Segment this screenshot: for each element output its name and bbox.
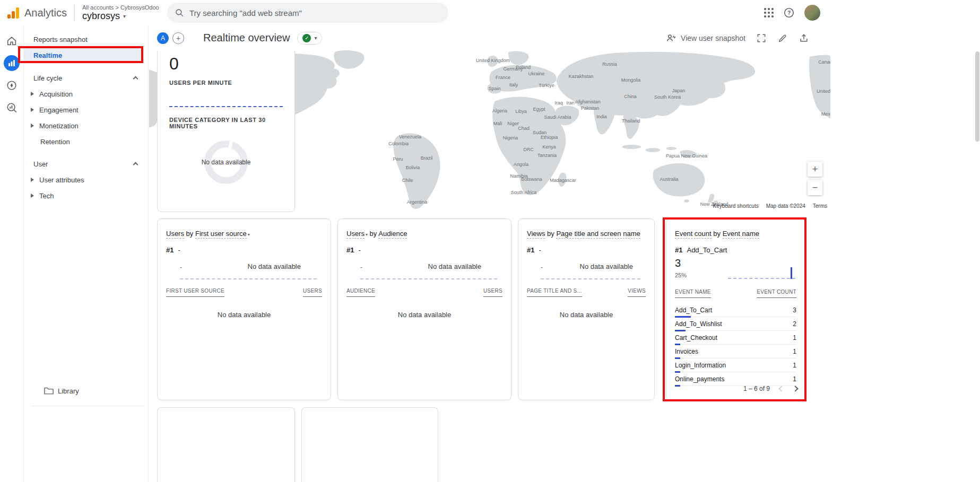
metric-link[interactable]: Views: [527, 230, 545, 239]
nav-item-retention[interactable]: Retention: [24, 134, 148, 150]
data-quality-badge[interactable]: ✓ ▾: [297, 32, 322, 45]
help-icon[interactable]: ?: [783, 7, 795, 19]
map-country-label: Argentina: [407, 199, 428, 205]
no-data-label: No data available: [580, 262, 633, 270]
map-country-label: Ukraine: [528, 71, 544, 76]
nav-item-realtime[interactable]: Realtime: [24, 48, 143, 64]
fullscreen-icon[interactable]: [756, 33, 767, 43]
reports-icon[interactable]: [4, 55, 20, 71]
nav-section-life-cycle[interactable]: Life cycle: [24, 70, 148, 86]
table-row: Invoices1: [675, 345, 796, 358]
table-row: Add_To_Cart3: [675, 303, 796, 317]
expand-triangle-icon: [31, 194, 34, 198]
card-title: Event count by Event name: [675, 230, 796, 238]
search-bar[interactable]: [167, 3, 448, 23]
map-country-label: Ethiopia: [541, 135, 558, 140]
sparkline-spike: [791, 267, 792, 279]
map-country-label: United Kingdom: [476, 58, 510, 63]
metric-link[interactable]: Users: [346, 230, 365, 239]
world-map[interactable]: CanadaUnited StatesMexicoVenezuelaColomb…: [149, 50, 830, 212]
nav-item-label: Retention: [40, 138, 70, 146]
map-country-label: Pakistan: [581, 106, 600, 111]
chevron-up-icon: [133, 162, 138, 168]
view-user-snapshot-label: View user snapshot: [681, 34, 745, 42]
table-row: Cart_Checkout1: [675, 331, 796, 345]
dimension-link[interactable]: Page title and screen name: [556, 230, 640, 239]
map-zoom-controls: + −: [808, 162, 822, 195]
nav-item-tech[interactable]: Tech: [24, 188, 148, 204]
nav-section-user[interactable]: User: [24, 156, 148, 172]
nav-item-engagement[interactable]: Engagement: [24, 102, 148, 118]
zoom-in-button[interactable]: +: [808, 162, 822, 177]
account-switcher[interactable]: All accounts > CybrosysOdoo cybrosys ▾: [82, 4, 159, 22]
home-icon[interactable]: [4, 33, 20, 49]
share-icon[interactable]: [799, 33, 809, 43]
map-country-label: Angola: [514, 162, 528, 167]
partial-card: [301, 407, 438, 482]
no-data-label: No data available: [166, 311, 322, 319]
column-header: USERS: [483, 288, 502, 297]
event-name: Invoices: [675, 348, 698, 355]
dimension-link[interactable]: Event name: [723, 230, 759, 239]
nav-item-reports-snapshot[interactable]: Reports snapshot: [24, 32, 148, 48]
divider: [74, 5, 75, 21]
event-count: 1: [793, 348, 796, 355]
map-country-label: Libya: [515, 109, 527, 114]
view-user-snapshot-button[interactable]: View user snapshot: [666, 33, 745, 43]
map-country-label: India: [596, 114, 607, 119]
dimension-link[interactable]: Audience: [378, 230, 407, 239]
event-count: 1: [793, 334, 796, 341]
rank-label: #1: [346, 246, 354, 254]
advertising-icon[interactable]: [4, 100, 20, 116]
apps-grid-icon[interactable]: [764, 8, 774, 17]
users-per-minute-value: 0: [169, 55, 283, 72]
map-country-label: Poland: [516, 65, 531, 70]
page-title: Realtime overview: [203, 32, 290, 44]
map-country-label: Mali: [493, 121, 502, 126]
map-country-label: France: [496, 75, 510, 80]
nav-item-user-attributes[interactable]: User attributes: [24, 172, 148, 188]
map-country-label: Türkiye: [539, 83, 554, 88]
map-country-label: Kenya: [542, 144, 556, 150]
nav-item-library[interactable]: Library: [44, 384, 79, 398]
column-header: VIEWS: [628, 288, 646, 297]
nav-item-monetization[interactable]: Monetization: [24, 118, 148, 134]
table-row: Online_payments1: [675, 372, 796, 386]
map-country-label: Niger: [507, 121, 519, 126]
top-item-dash: -: [360, 264, 362, 271]
map-country-label: Japan: [672, 88, 686, 93]
dimension-link[interactable]: First user source: [195, 230, 247, 239]
next-page-icon[interactable]: [792, 385, 798, 391]
avatar[interactable]: [804, 5, 820, 21]
card-title: Views by Page title and screen name: [527, 230, 646, 238]
nav-item-acquisition[interactable]: Acquisition: [24, 86, 148, 102]
nav-item-label: Library: [58, 387, 79, 395]
reports-nav: Reports snapshot Realtime Life cycle Acq…: [24, 25, 149, 482]
map-country-label: United States: [817, 89, 830, 94]
event-count: 1: [793, 362, 796, 369]
breadcrumb[interactable]: All accounts > CybrosysOdoo: [82, 4, 159, 11]
users-per-minute-label: USERS PER MINUTE: [169, 80, 283, 86]
previous-page-icon[interactable]: [778, 385, 784, 391]
event-bar: [675, 385, 680, 387]
analytics-logo-icon: [7, 7, 19, 19]
keyboard-shortcuts-link[interactable]: Keyboard shortcuts: [713, 203, 759, 209]
add-comparison-button[interactable]: +: [172, 32, 184, 44]
nav-item-label: Engagement: [39, 106, 79, 114]
map-country-label: Tanzania: [537, 153, 557, 158]
search-input[interactable]: [189, 8, 441, 17]
metric-link[interactable]: Users: [166, 230, 184, 239]
metric-link[interactable]: Event count: [675, 230, 712, 239]
terms-link[interactable]: Terms: [813, 203, 827, 209]
column-header: AUDIENCE: [346, 288, 375, 297]
map-country-label: Peru: [393, 156, 403, 162]
zoom-out-button[interactable]: −: [808, 180, 822, 195]
event-count: 3: [793, 306, 796, 314]
nav-item-label: Tech: [39, 192, 54, 200]
dropdown-caret-icon: ▾: [366, 232, 368, 237]
account-name[interactable]: cybrosys: [82, 11, 120, 22]
edit-report-icon[interactable]: [777, 33, 788, 43]
comparison-chip[interactable]: A: [157, 32, 169, 44]
explore-icon[interactable]: [4, 77, 20, 93]
scrollbar[interactable]: [975, 51, 979, 142]
